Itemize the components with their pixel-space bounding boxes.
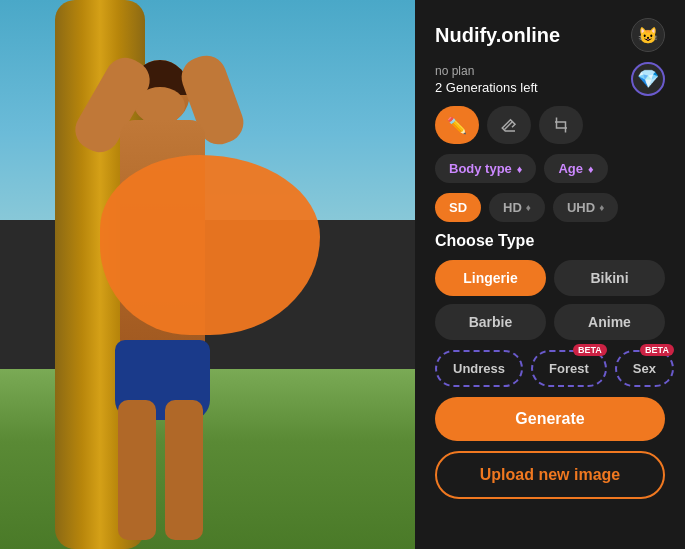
type-barbie-button[interactable]: Barbie (435, 304, 546, 340)
plan-text: no plan 2 Generations left (435, 64, 538, 95)
type-bikini-label: Bikini (590, 270, 628, 286)
app-title: Nudify.online (435, 24, 560, 47)
sex-beta-tag: BETA (640, 344, 674, 356)
right-panel: Nudify.online 😺 no plan 2 Generations le… (415, 0, 685, 549)
uhd-diamond: ♦ (599, 202, 604, 213)
hd-diamond: ♦ (526, 202, 531, 213)
sex-label: Sex (633, 361, 656, 376)
quality-row: SD HD ♦ UHD ♦ (435, 193, 665, 222)
options-row: Body type ♦ Age ♦ (435, 154, 665, 183)
gem-button[interactable]: 💎 (631, 62, 665, 96)
age-diamond: ♦ (588, 163, 594, 175)
type-anime-button[interactable]: Anime (554, 304, 665, 340)
leg-right (165, 400, 203, 540)
plan-info: no plan 2 Generations left 💎 (435, 62, 665, 96)
header-icon[interactable]: 😺 (631, 18, 665, 52)
sd-label: SD (449, 200, 467, 215)
tool-buttons: ✏️ (435, 106, 665, 144)
type-bikini-button[interactable]: Bikini (554, 260, 665, 296)
plan-name: no plan (435, 64, 538, 78)
type-barbie-label: Barbie (469, 314, 513, 330)
forest-beta-tag: BETA (573, 344, 607, 356)
paint-overlay (100, 155, 320, 335)
beta-row: Undress Forest BETA Sex BETA (435, 350, 665, 387)
type-grid: Lingerie Bikini Barbie Anime (435, 260, 665, 340)
age-label: Age (558, 161, 583, 176)
image-panel (0, 0, 415, 549)
body-type-button[interactable]: Body type ♦ (435, 154, 536, 183)
brush-button[interactable]: ✏️ (435, 106, 479, 144)
type-lingerie-label: Lingerie (463, 270, 517, 286)
body-type-diamond: ♦ (517, 163, 523, 175)
upload-button[interactable]: Upload new image (435, 451, 665, 499)
type-lingerie-button[interactable]: Lingerie (435, 260, 546, 296)
type-anime-label: Anime (588, 314, 631, 330)
choose-type-title: Choose Type (435, 232, 665, 250)
body-type-label: Body type (449, 161, 512, 176)
undress-label: Undress (453, 361, 505, 376)
age-button[interactable]: Age ♦ (544, 154, 607, 183)
forest-button[interactable]: Forest BETA (531, 350, 607, 387)
undress-button[interactable]: Undress (435, 350, 523, 387)
generate-button[interactable]: Generate (435, 397, 665, 441)
cat-icon: 😺 (638, 26, 658, 45)
sd-button[interactable]: SD (435, 193, 481, 222)
hd-button[interactable]: HD ♦ (489, 193, 545, 222)
plan-generations: 2 Generations left (435, 80, 538, 95)
sex-button[interactable]: Sex BETA (615, 350, 674, 387)
eraser-button[interactable] (487, 106, 531, 144)
leg-left (118, 400, 156, 540)
uhd-button[interactable]: UHD ♦ (553, 193, 618, 222)
uhd-label: UHD (567, 200, 595, 215)
hd-label: HD (503, 200, 522, 215)
forest-label: Forest (549, 361, 589, 376)
crop-button[interactable] (539, 106, 583, 144)
gem-symbol: 💎 (637, 68, 659, 90)
header: Nudify.online 😺 (435, 18, 665, 52)
